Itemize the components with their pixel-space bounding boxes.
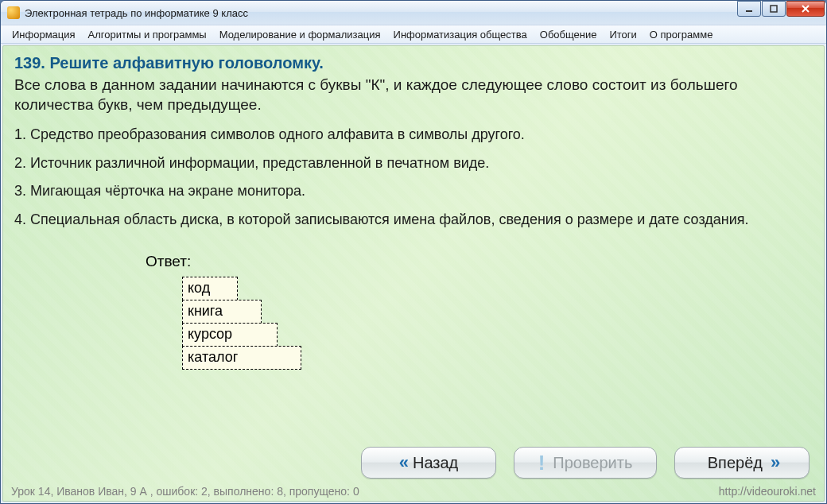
- exclamation-icon: !: [538, 451, 546, 475]
- status-left: Урок 14, Иванов Иван, 9 А , ошибок: 2, в…: [11, 485, 359, 498]
- task-heading: 139. Решите алфавитную головоломку.: [14, 54, 813, 72]
- status-bar: Урок 14, Иванов Иван, 9 А , ошибок: 2, в…: [11, 485, 816, 498]
- nav-bar: « Назад ! Проверить Вперёд »: [361, 447, 810, 479]
- svg-rect-1: [771, 6, 777, 12]
- answer-inputs: [146, 277, 813, 370]
- clue-1: 1. Средство преобразования символов одно…: [14, 126, 813, 144]
- clue-4: 4. Специальная область диска, в которой …: [14, 211, 813, 229]
- menu-item-about[interactable]: О программе: [643, 27, 720, 42]
- back-button[interactable]: « Назад: [361, 447, 496, 479]
- answer-label: Ответ:: [146, 253, 813, 270]
- menu-item-algorithms[interactable]: Алгоритмы и программы: [82, 27, 213, 42]
- forward-button[interactable]: Вперёд »: [674, 447, 810, 479]
- status-right: http://videouroki.net: [719, 485, 816, 498]
- svg-rect-0: [746, 10, 752, 12]
- menu-item-modeling[interactable]: Моделирование и формализация: [213, 27, 387, 42]
- menu-item-information[interactable]: Информация: [6, 27, 82, 42]
- app-icon: [7, 6, 20, 19]
- app-window: Электронная тетрадь по информатике 9 кла…: [0, 0, 827, 504]
- answer-input-3[interactable]: [182, 323, 278, 347]
- maximize-icon: [770, 5, 778, 13]
- clue-3: 3. Мигающая чёрточка на экране монитора.: [14, 182, 813, 200]
- minimize-button[interactable]: [737, 1, 761, 17]
- content-area: 139. Решите алфавитную головоломку. Все …: [2, 45, 825, 502]
- menu-bar: Информация Алгоритмы и программы Моделир…: [1, 25, 826, 44]
- chevron-right-icon: »: [771, 454, 776, 471]
- chevron-left-icon: «: [399, 454, 405, 471]
- forward-label: Вперёд: [708, 454, 763, 472]
- minimize-icon: [745, 5, 753, 13]
- back-label: Назад: [413, 454, 458, 472]
- close-button[interactable]: [786, 1, 825, 17]
- answer-input-4[interactable]: [182, 346, 301, 370]
- menu-item-results[interactable]: Итоги: [603, 27, 643, 42]
- answer-section: Ответ:: [14, 253, 813, 369]
- answer-input-2[interactable]: [182, 300, 262, 324]
- check-button[interactable]: ! Проверить: [514, 447, 657, 479]
- menu-item-informatization[interactable]: Информатизация общества: [387, 27, 534, 42]
- close-icon: [801, 5, 810, 13]
- answer-input-1[interactable]: [182, 277, 238, 300]
- window-title: Электронная тетрадь по информатике 9 кла…: [25, 7, 248, 19]
- menu-item-summary[interactable]: Обобщение: [534, 27, 604, 42]
- check-label: Проверить: [553, 454, 632, 472]
- clue-2: 2. Источник различной информации, предст…: [14, 154, 813, 173]
- task-intro: Все слова в данном задании начинаются с …: [14, 76, 813, 114]
- maximize-button[interactable]: [762, 1, 786, 17]
- title-bar[interactable]: Электронная тетрадь по информатике 9 кла…: [1, 1, 826, 25]
- window-controls: [737, 1, 825, 17]
